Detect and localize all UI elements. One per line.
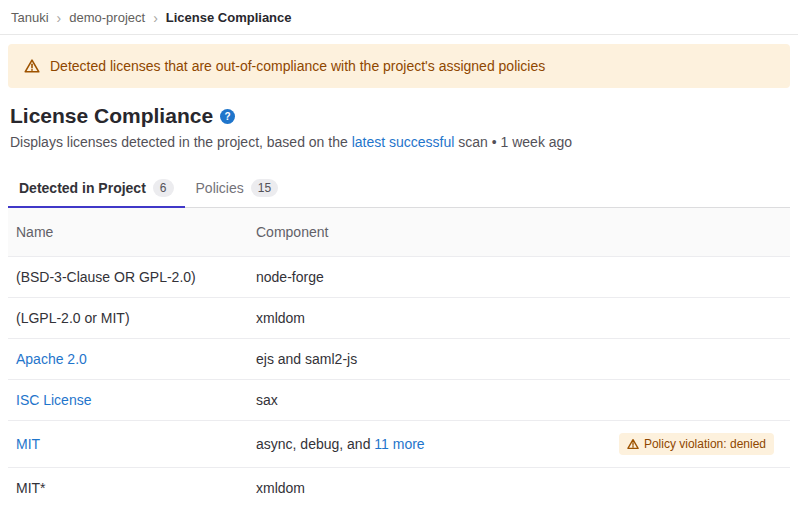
- alert-text: Detected licenses that are out-of-compli…: [50, 58, 545, 74]
- column-header-component: Component: [248, 208, 790, 256]
- tab-count-badge: 15: [251, 179, 278, 197]
- license-name: MIT: [8, 424, 248, 464]
- breadcrumb-item-current: License Compliance: [166, 10, 292, 25]
- license-components: xmldom: [248, 298, 766, 338]
- license-status: [766, 265, 790, 289]
- table-row: MIT async, debug, and 11 more Policy vio…: [8, 420, 790, 467]
- breadcrumb-item-project[interactable]: demo-project: [69, 10, 145, 25]
- tab-detected-in-project[interactable]: Detected in Project 6: [8, 171, 185, 207]
- table-row: Apache 2.0 ejs and saml2-js: [8, 338, 790, 379]
- license-status: [766, 347, 790, 371]
- license-components: node-forge: [248, 257, 766, 297]
- policy-violation-badge: Policy violation: denied: [619, 433, 774, 455]
- tabs-bar: Detected in Project 6 Policies 15: [8, 171, 790, 208]
- column-header-name: Name: [8, 208, 248, 256]
- help-question-icon[interactable]: ?: [220, 109, 235, 124]
- tab-count-badge: 6: [153, 179, 174, 197]
- license-link[interactable]: ISC License: [16, 392, 91, 408]
- policy-violation-label: Policy violation: denied: [644, 437, 766, 451]
- components-text: async, debug, and: [256, 436, 374, 452]
- license-name: MIT*: [8, 468, 248, 508]
- license-name: (LGPL-2.0 or MIT): [8, 298, 248, 338]
- license-status: [766, 476, 790, 500]
- license-status: [766, 388, 790, 412]
- license-status: Policy violation: denied: [611, 421, 790, 467]
- table-header-row: Name Component: [8, 208, 790, 256]
- page-subtitle: Displays licenses detected in the projec…: [10, 134, 788, 150]
- breadcrumb: Tanuki › demo-project › License Complian…: [0, 0, 798, 35]
- more-components-link[interactable]: 11 more: [374, 436, 424, 452]
- page-title: License Compliance ?: [10, 103, 788, 128]
- license-status: [766, 306, 790, 330]
- breadcrumb-chevron-icon: ›: [57, 11, 62, 25]
- license-name: ISC License: [8, 380, 248, 420]
- subtitle-meta: scan • 1 week ago: [454, 134, 572, 150]
- license-components: xmldom: [248, 468, 766, 508]
- license-link[interactable]: MIT: [16, 436, 40, 452]
- table-row: (LGPL-2.0 or MIT) xmldom: [8, 297, 790, 338]
- license-name: Apache 2.0: [8, 339, 248, 379]
- latest-successful-scan-link[interactable]: latest successful: [352, 134, 455, 150]
- license-name: (BSD-3-Clause OR GPL-2.0): [8, 257, 248, 297]
- warning-triangle-icon: [627, 438, 639, 450]
- warning-triangle-icon: [24, 58, 40, 74]
- tab-policies[interactable]: Policies 15: [185, 171, 290, 207]
- page-title-text: License Compliance: [10, 103, 213, 128]
- breadcrumb-item-group[interactable]: Tanuki: [11, 10, 49, 25]
- license-components: sax: [248, 380, 766, 420]
- table-row: ISC License sax: [8, 379, 790, 420]
- tab-label: Detected in Project: [19, 180, 146, 196]
- out-of-compliance-alert: Detected licenses that are out-of-compli…: [8, 44, 790, 88]
- licenses-table: Name Component (BSD-3-Clause OR GPL-2.0)…: [8, 208, 790, 508]
- tab-label: Policies: [196, 180, 244, 196]
- table-row: MIT* xmldom: [8, 467, 790, 508]
- license-components: ejs and saml2-js: [248, 339, 766, 379]
- license-link[interactable]: Apache 2.0: [16, 351, 87, 367]
- license-components: async, debug, and 11 more: [248, 424, 611, 464]
- breadcrumb-chevron-icon: ›: [153, 11, 158, 25]
- table-row: (BSD-3-Clause OR GPL-2.0) node-forge: [8, 256, 790, 297]
- subtitle-text: Displays licenses detected in the projec…: [10, 134, 352, 150]
